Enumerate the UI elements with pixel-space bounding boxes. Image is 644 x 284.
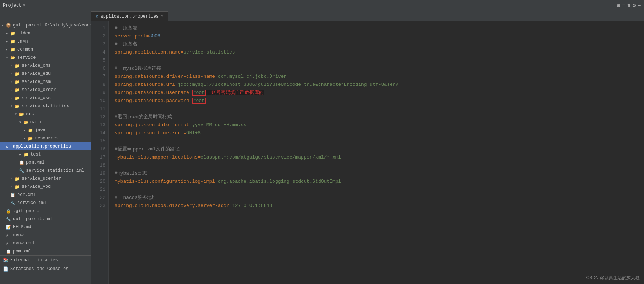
guli_parent_iml-label: guli_parent.iml — [13, 216, 53, 222]
sidebar-item-guli_parent[interactable]: 📦guli_parent D:\study\java\code\project\… — [0, 21, 91, 29]
sidebar-item-mvnw[interactable]: ⚡mvnw — [0, 231, 91, 239]
line-num-14: 14 — [91, 129, 105, 137]
service_msm-icon: 📁 — [15, 80, 21, 84]
service_msm-arrow — [10, 80, 15, 84]
sidebar-item-service_oss[interactable]: 📁service_oss — [0, 94, 91, 102]
sidebar-item-pom_xml_root[interactable]: 📋pom.xml — [0, 247, 91, 255]
value-token: 127.0.0.1:8848 — [232, 203, 272, 208]
sidebar-item-common[interactable]: 📁common — [0, 45, 91, 54]
title-bar-icons: ⊞ ≡ ⇅ ⚙ – — [617, 2, 641, 8]
pom_xml-icon: 📋 — [10, 193, 16, 197]
line-num-12: 12 — [91, 113, 105, 121]
code-line-8: spring.datasource.url=jdbc:mysql://local… — [115, 81, 644, 89]
key-token: spring.application.name — [115, 50, 180, 55]
gitignore-label: .gitignore — [13, 208, 39, 214]
comment-token: # 服务端口 — [115, 25, 142, 31]
sidebar: 📦guli_parent D:\study\java\code\project\… — [0, 21, 91, 284]
sidebar-item-mvn[interactable]: 📁.mvn — [0, 37, 91, 45]
sidebar-item-service_edu[interactable]: 📁service_edu — [0, 70, 91, 78]
service_oss-arrow — [10, 96, 15, 100]
sidebar-item-src[interactable]: 📂src — [0, 110, 91, 118]
sidebar-item-idea[interactable]: 📁.idea — [0, 29, 91, 37]
main-icon: 📂 — [24, 120, 29, 125]
sidebar-item-resources[interactable]: 📂resources — [0, 134, 91, 142]
key-token: server.port — [115, 33, 146, 39]
code-line-15 — [115, 137, 644, 145]
code-line-16: #配置mapper xml文件的路径 — [115, 145, 644, 153]
java-icon: 📁 — [28, 128, 34, 133]
code-line-14: spring.jackson.time-zone=GMT+8 — [115, 129, 644, 137]
line-num-22: 22 — [91, 194, 105, 202]
watermark: CSDN @认真生活的灰太狼 — [586, 275, 640, 281]
code-line-3: # 服务名 — [115, 40, 644, 48]
equals-token: = — [175, 82, 178, 87]
sidebar-item-service_statistics_iml[interactable]: 🔧service_statistics.iml — [0, 167, 91, 175]
scratches-label: Scratches and Consoles — [10, 266, 68, 272]
sidebar-item-service_order[interactable]: 📁service_order — [0, 86, 91, 94]
test-icon: 📁 — [24, 152, 29, 157]
guli_parent-label: guli_parent D:\study\java\code\project\g… — [13, 23, 91, 28]
sidebar-item-service[interactable]: 📂service — [0, 54, 91, 62]
project-dropdown[interactable]: Project ▾ — [3, 3, 25, 8]
sidebar-item-mvnw_cmd[interactable]: ⚡mvnw.cmd — [0, 239, 91, 247]
service_msm-label: service_msm — [22, 79, 51, 84]
idea-arrow — [6, 31, 10, 36]
sidebar-item-service_iml[interactable]: 🔧service.iml — [0, 199, 91, 207]
code-line-23: spring.cloud.nacos.discovery.server-addr… — [115, 202, 644, 210]
line-num-5: 5 — [91, 57, 105, 65]
settings-icon[interactable]: ⊞ — [617, 2, 620, 8]
equals-token: = — [146, 33, 149, 39]
list-icon[interactable]: ≡ — [622, 2, 625, 8]
service_statistics_iml-icon: 🔧 — [19, 168, 25, 173]
line-num-9: 9 — [91, 89, 105, 97]
gitignore-icon: 🔒 — [6, 209, 12, 214]
resources-label: resources — [35, 136, 59, 141]
external-libraries-item[interactable]: 📚 External Libraries — [0, 256, 91, 265]
gear-icon[interactable]: ⚙ — [633, 2, 636, 8]
key-token: spring.jackson.date-format — [115, 122, 189, 128]
scratches-consoles-item[interactable]: 📄 Scratches and Consoles — [0, 265, 91, 273]
sidebar-item-java[interactable]: 📁java — [0, 126, 91, 134]
sidebar-item-service_vod[interactable]: 📁service_vod — [0, 183, 91, 191]
service_order-label: service_order — [22, 87, 56, 92]
line-num-13: 13 — [91, 121, 105, 129]
minimize-icon[interactable]: – — [638, 2, 641, 8]
idea-icon: 📁 — [10, 31, 16, 36]
dropdown-icon: ▾ — [22, 3, 25, 8]
guli_parent_iml-icon: 🔧 — [6, 217, 12, 222]
code-editor[interactable]: 1234567891011121314151617181920212223 # … — [91, 21, 644, 284]
service_statistics-icon: 📂 — [15, 104, 21, 109]
sidebar-item-service_ucenter[interactable]: 📁service_ucenter — [0, 175, 91, 183]
sidebar-item-main[interactable]: 📂main — [0, 118, 91, 126]
sidebar-item-application_properties[interactable]: ⚙application.properties — [0, 142, 91, 150]
line-num-1: 1 — [91, 24, 105, 32]
sidebar-item-pom_xml[interactable]: 📋pom.xml — [0, 191, 91, 199]
service_order-arrow — [10, 88, 15, 92]
sidebar-item-service_msm[interactable]: 📁service_msm — [0, 78, 91, 86]
title-bar-left: Project ▾ — [3, 3, 25, 8]
sidebar-item-help_md[interactable]: 📝HELP.md — [0, 223, 91, 231]
sidebar-item-gitignore[interactable]: 🔒.gitignore — [0, 207, 91, 215]
src-arrow — [15, 112, 19, 116]
sidebar-item-pom_xml_stats[interactable]: 📋pom.xml — [0, 159, 91, 167]
sort-icon[interactable]: ⇅ — [627, 2, 630, 8]
service_edu-arrow — [10, 72, 15, 76]
tab-application-properties[interactable]: ⚙ application.properties × — [91, 11, 168, 21]
code-content[interactable]: # 服务端口server.port=8008# 服务名spring.applic… — [109, 21, 644, 284]
equals-token: = — [215, 179, 218, 184]
sidebar-item-service_statistics[interactable]: 📂service_statistics — [0, 102, 91, 110]
line-num-10: 10 — [91, 97, 105, 105]
service_edu-label: service_edu — [22, 71, 51, 76]
pom_xml_root-icon: 📋 — [6, 249, 12, 254]
code-line-20: mybatis-plus.configuration.log-impl=org.… — [115, 178, 644, 186]
mvnw-icon: ⚡ — [6, 233, 12, 238]
service_iml-label: service.iml — [17, 200, 46, 205]
code-line-21 — [115, 186, 644, 194]
editor-area: 1234567891011121314151617181920212223 # … — [91, 21, 644, 284]
tab-close-button[interactable]: × — [161, 14, 163, 19]
equals-token: = — [183, 130, 186, 136]
service_vod-icon: 📁 — [15, 185, 21, 189]
sidebar-item-test[interactable]: 📁test — [0, 150, 91, 159]
sidebar-item-guli_parent_iml[interactable]: 🔧guli_parent.iml — [0, 215, 91, 223]
sidebar-item-service_cms[interactable]: 📁service_cms — [0, 62, 91, 70]
